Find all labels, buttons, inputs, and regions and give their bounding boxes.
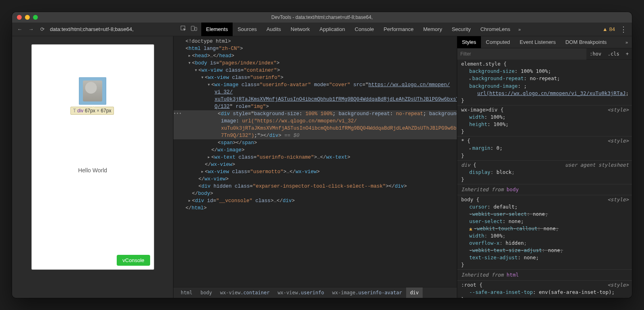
device-preview-column: T div 67px × 67px Hello World vConsole (12, 36, 173, 298)
warnings-badge[interactable]: ▲ 84 (603, 26, 615, 32)
window-controls (12, 15, 38, 20)
styles-tabs-overflow-icon[interactable]: » (621, 40, 632, 45)
devtools-menu-icon[interactable]: ⋮ (620, 26, 627, 33)
tab-application[interactable]: Application (315, 23, 350, 36)
tabs-overflow-icon[interactable]: » (515, 27, 524, 32)
tab-audits[interactable]: Audits (262, 23, 286, 36)
dom-line[interactable]: </wx-image> (173, 147, 457, 154)
tab-performance[interactable]: Performance (379, 23, 418, 36)
dom-line[interactable]: <html lang="zh-CN"> (173, 45, 457, 52)
tab-console[interactable]: Console (350, 23, 379, 36)
vconsole-button[interactable]: vConsole (117, 255, 150, 266)
styles-filter-input[interactable] (457, 48, 586, 60)
element-highlight (79, 77, 106, 105)
tab-elements[interactable]: Elements (201, 23, 233, 36)
dom-line[interactable]: ▾<wx-image class="userinfo-avatar" mode=… (173, 81, 457, 89)
crumb-wx-view[interactable]: wx-view.userinfo (274, 287, 328, 298)
close-icon[interactable] (17, 15, 22, 20)
dom-line[interactable]: ▾<wx-view class="userinfo"> (173, 74, 457, 81)
dom-line[interactable]: ▾<body is="pages/index/index"> (173, 60, 457, 67)
dom-line[interactable]: ▸<wx-text class="userinfo-nickname">…</w… (173, 154, 457, 161)
crumb-body[interactable]: body (196, 287, 216, 298)
back-icon[interactable]: ← (16, 26, 23, 32)
style-rule[interactable]: element.style {background-size: 100% 100… (457, 60, 632, 105)
style-rule[interactable]: user agent stylesheetdiv {display: block… (457, 161, 632, 184)
styles-tab-styles[interactable]: Styles (457, 36, 481, 48)
styles-tab-computed[interactable]: Computed (481, 36, 515, 48)
dom-line[interactable]: 7Tn9Q/132");"></div> == $0 (173, 132, 457, 139)
elements-panel: <!doctype html><html lang="zh-CN">▸<head… (173, 36, 457, 298)
dom-line[interactable]: </wx-view> (173, 161, 457, 168)
dom-line[interactable]: ▸<head>…</head> (173, 52, 457, 60)
tab-sources[interactable]: Sources (233, 23, 262, 36)
inherited-from: Inherited from body (457, 184, 632, 195)
dom-line[interactable]: </body> (173, 190, 457, 197)
tab-chromelens[interactable]: ChromeLens (475, 23, 515, 36)
styles-tab-event-listeners[interactable]: Event Listeners (515, 36, 561, 48)
style-rule[interactable]: <style>body {cursor: default;-webkit-use… (457, 195, 632, 270)
dom-line[interactable]: ▾<wx-view class="container"> (173, 67, 457, 74)
device-toolbar-icon[interactable] (191, 25, 197, 33)
style-rule[interactable]: <style>:root {--safe-area-inset-top: env… (457, 281, 632, 298)
zoom-icon[interactable] (33, 15, 38, 20)
window-title: DevTools - data:text/html;charset=utf-8;… (12, 14, 632, 20)
dom-line[interactable]: xuTu0k3jRTaJKmsXVMnfjASTusInO4ibcmQbhub1… (173, 125, 457, 132)
dom-line[interactable]: <div style="background-size: 100% 100%; … (173, 110, 457, 118)
device-frame[interactable]: T div 67px × 67px Hello World vConsole (31, 44, 154, 270)
top-row: ← → ⟳ data:text/html;charset=utf-8;base6… (12, 23, 632, 36)
dom-line[interactable]: xuTu0k3jRTaJKmsXVMnfjASTusInO4ibcmQbhub1… (173, 96, 457, 103)
warning-count: 84 (609, 26, 615, 32)
browser-nav: ← → ⟳ data:text/html;charset=utf-8;base6… (12, 23, 173, 36)
devtools-tab-strip: ElementsSourcesAuditsNetworkApplicationC… (173, 23, 632, 36)
dom-line[interactable]: <span></span> (173, 139, 457, 147)
titlebar: DevTools - data:text/html;charset=utf-8;… (12, 12, 632, 23)
inspect-element-icon[interactable] (180, 25, 187, 33)
minimize-icon[interactable] (25, 15, 30, 20)
inherited-from: Inherited from html (457, 270, 632, 281)
style-rule[interactable]: <style>wx-image>div {width: 100%;height:… (457, 105, 632, 136)
reload-icon[interactable]: ⟳ (39, 26, 46, 32)
tab-memory[interactable]: Memory (418, 23, 447, 36)
url-display[interactable]: data:text/html;charset=utf-8;base64, (50, 26, 169, 32)
cls-toggle[interactable]: .cls (605, 51, 623, 57)
styles-filter-row: :hov .cls + (457, 48, 632, 60)
style-rule[interactable]: <style>* {▸margin: 0;} (457, 136, 632, 161)
dom-line[interactable]: </wx-view> (173, 176, 457, 183)
forward-icon[interactable]: → (27, 26, 35, 32)
dom-line[interactable]: ▸<wx-view class="usermotto">…</wx-view> (173, 168, 457, 176)
styles-tab-dom-breakpoints[interactable]: DOM Breakpoints (561, 36, 612, 48)
styles-rules[interactable]: element.style {background-size: 100% 100… (457, 60, 632, 298)
dom-line[interactable]: vi_32/ (173, 89, 457, 96)
styles-tab-strip: StylesComputedEvent ListenersDOM Breakpo… (457, 36, 632, 48)
page-body-text: Hello World (31, 167, 154, 174)
devtools-window: DevTools - data:text/html;charset=utf-8;… (12, 12, 632, 298)
hov-toggle[interactable]: :hov (586, 51, 605, 57)
tab-network[interactable]: Network (286, 23, 315, 36)
svg-rect-2 (195, 27, 197, 31)
tab-security[interactable]: Security (447, 23, 475, 36)
dimension-tooltip: T div 67px × 67px (70, 107, 114, 115)
dom-tree[interactable]: <!doctype html><html lang="zh-CN">▸<head… (173, 36, 457, 287)
styles-panel: StylesComputedEvent ListenersDOM Breakpo… (457, 36, 632, 298)
dom-line[interactable]: <div hidden class="exparser-inspector-to… (173, 183, 457, 190)
warning-icon: ▲ (603, 26, 608, 32)
new-rule-button[interactable]: + (623, 51, 632, 57)
crumb-html[interactable]: html (177, 287, 196, 298)
dom-line[interactable]: </html> (173, 205, 457, 212)
main-area: T div 67px × 67px Hello World vConsole <… (12, 36, 632, 298)
dom-line[interactable]: ▸<div id="__vconsole" class>…</div> (173, 197, 457, 205)
breadcrumb[interactable]: htmlbodywx-view.containerwx-view.userinf… (173, 287, 457, 298)
inspect-toggles (176, 25, 201, 33)
crumb-wx-view[interactable]: wx-view.container (216, 287, 274, 298)
dom-line[interactable]: <!doctype html> (173, 38, 457, 45)
crumb-div[interactable]: div (406, 287, 423, 298)
dom-line[interactable]: image: url("https://wx.qlogo.cn/mmopen/v… (173, 118, 457, 125)
crumb-wx-image[interactable]: wx-image.userinfo-avatar (328, 287, 406, 298)
svg-rect-1 (191, 26, 194, 31)
dom-line[interactable]: Q/132" role="img"> (173, 103, 457, 110)
